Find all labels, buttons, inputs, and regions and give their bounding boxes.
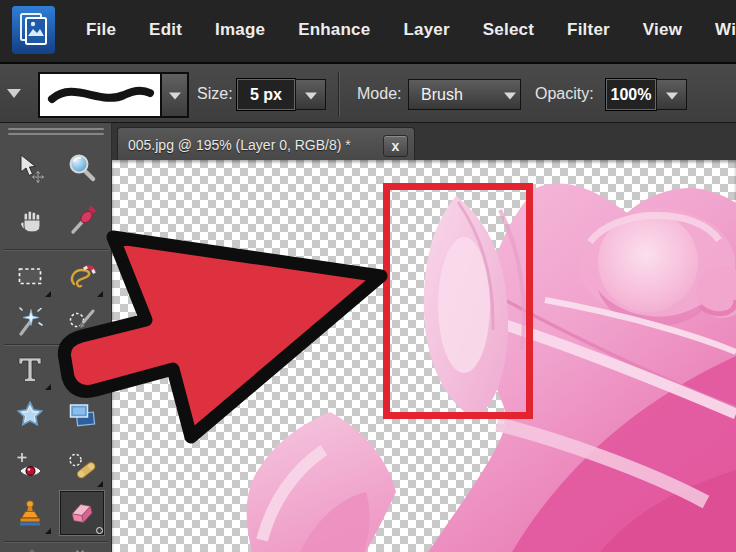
brush-stroke-preview[interactable] <box>38 72 189 118</box>
photoshop-elements-logo[interactable] <box>12 6 55 54</box>
menu-bar: File Edit Image Enhance Layer Select Fil… <box>0 0 736 64</box>
lasso-tool-icon <box>66 260 98 292</box>
menu-items: File Edit Image Enhance Layer Select Fil… <box>86 0 736 60</box>
tool-options-bar: Size: 5 px Mode: Brush Opacity: 100% <box>0 62 736 124</box>
tool-red-eye-removal[interactable] <box>8 444 52 488</box>
brush-stroke-icon <box>40 74 160 112</box>
eyedropper-tool-icon <box>66 205 98 237</box>
magic-wand-tool-icon <box>14 307 46 339</box>
mode-value: Brush <box>421 86 463 104</box>
toolbar-divider <box>4 344 108 345</box>
opacity-label: Opacity: <box>535 85 594 103</box>
opacity-dropdown[interactable] <box>656 79 687 110</box>
menu-select[interactable]: Select <box>483 20 534 40</box>
healing-brush-tool-icon <box>66 450 98 482</box>
tab-close-button[interactable]: x <box>383 135 408 157</box>
mode-dropdown[interactable]: Brush <box>408 79 521 110</box>
mode-label: Mode: <box>357 85 401 103</box>
chevron-down-icon <box>504 92 516 99</box>
eraser-tool-icon <box>66 497 98 529</box>
tool-spot-healing-brush[interactable] <box>60 444 104 488</box>
red-eye-tool-icon <box>14 450 46 482</box>
tool-rectangular-marquee[interactable] <box>8 254 52 298</box>
menu-enhance[interactable]: Enhance <box>298 20 370 40</box>
hand-tool-icon <box>14 205 46 237</box>
move-tool-icon <box>14 152 46 184</box>
brush-stroke-swatch <box>40 74 160 116</box>
tool-horizontal-type[interactable] <box>8 347 52 391</box>
tool-eraser[interactable] <box>60 491 104 535</box>
tool-magic-wand[interactable] <box>8 301 52 345</box>
tool-straighten[interactable] <box>60 393 104 437</box>
size-label: Size: <box>197 85 233 103</box>
brush-size-input[interactable]: 5 px <box>237 79 295 110</box>
chevron-down-icon <box>666 92 678 99</box>
document-tab-bar: 005.jpg @ 195% (Layer 0, RGB/8) * x <box>112 122 736 160</box>
tool-clone-stamp[interactable] <box>8 491 52 535</box>
chevron-down-icon <box>169 93 181 100</box>
tool-move[interactable] <box>8 146 52 190</box>
brush-preset-dropdown[interactable] <box>160 74 187 116</box>
zoom-tool-icon <box>66 152 98 184</box>
marquee-tool-icon <box>14 260 46 292</box>
tool-magnetic-lasso[interactable] <box>60 254 104 298</box>
tool-zoom[interactable] <box>60 146 104 190</box>
clone-stamp-tool-icon <box>14 497 46 529</box>
toolbar-divider <box>4 541 108 542</box>
tool-eyedropper[interactable] <box>60 199 104 243</box>
chevron-down-icon <box>305 92 317 99</box>
options-divider <box>338 72 339 117</box>
document-tab[interactable]: 005.jpg @ 195% (Layer 0, RGB/8) * x <box>117 127 415 161</box>
document-canvas[interactable] <box>112 160 736 552</box>
tool-hand[interactable] <box>8 199 52 243</box>
tool-palette <box>0 122 112 552</box>
type-tool-icon <box>14 353 46 385</box>
opacity-input[interactable]: 100% <box>606 79 656 110</box>
menu-window[interactable]: Window <box>715 20 736 40</box>
menu-file[interactable]: File <box>86 20 116 40</box>
document-tab-title: 005.jpg @ 195% (Layer 0, RGB/8) * <box>118 137 351 153</box>
menu-edit[interactable]: Edit <box>149 20 182 40</box>
menu-layer[interactable]: Layer <box>403 20 449 40</box>
toolbar-divider <box>4 249 108 250</box>
annotation-rectangle <box>383 183 533 419</box>
cookie-cutter-tool-icon <box>14 399 46 431</box>
tool-selection-brush[interactable] <box>60 301 104 345</box>
palette-grip[interactable] <box>8 128 104 130</box>
menu-image[interactable]: Image <box>215 20 265 40</box>
straighten-tool-icon <box>66 399 98 431</box>
collapse-options-icon[interactable] <box>7 89 21 98</box>
partial-tool-icons <box>8 546 104 552</box>
tool-crop[interactable] <box>60 347 104 391</box>
palette-grip[interactable] <box>8 133 104 135</box>
menu-filter[interactable]: Filter <box>567 20 610 40</box>
selection-brush-tool-icon <box>66 307 98 339</box>
menu-view[interactable]: View <box>643 20 682 40</box>
tool-cookie-cutter[interactable] <box>8 393 52 437</box>
brush-size-dropdown[interactable] <box>295 79 326 110</box>
